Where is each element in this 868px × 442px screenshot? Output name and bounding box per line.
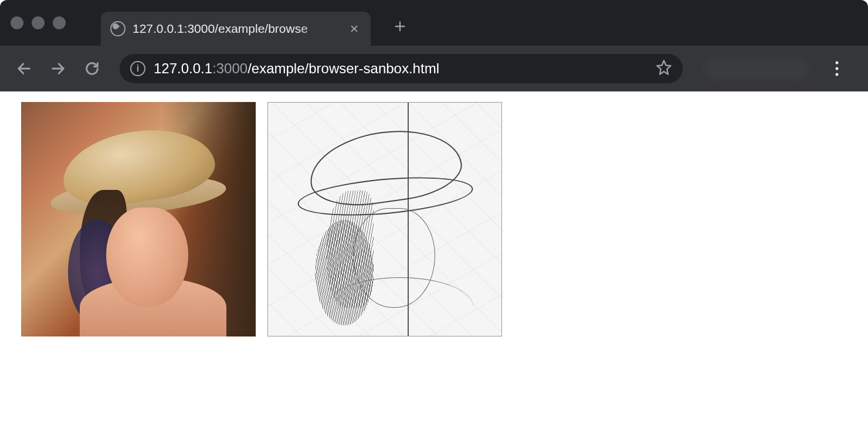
window-maximize-button[interactable]	[53, 16, 66, 29]
forward-arrow-icon	[50, 60, 66, 77]
window-close-button[interactable]	[11, 16, 23, 29]
address-bar[interactable]: i 127.0.0.1:3000/example/browser-sanbox.…	[120, 54, 683, 83]
reload-button[interactable]	[80, 56, 104, 81]
svg-point-1	[836, 67, 839, 70]
plus-icon	[394, 20, 406, 33]
tab-title: 127.0.0.1:3000/example/browse	[133, 22, 340, 36]
browser-tab[interactable]: 127.0.0.1:3000/example/browse	[101, 12, 371, 46]
page-content	[0, 91, 868, 347]
browser-menu-button[interactable]	[825, 56, 849, 81]
sketch-image	[267, 102, 502, 336]
globe-icon	[110, 21, 126, 36]
star-icon	[656, 59, 672, 76]
url-port: :3000	[212, 60, 247, 76]
bookmark-button[interactable]	[656, 59, 672, 78]
browser-toolbar: i 127.0.0.1:3000/example/browser-sanbox.…	[0, 46, 868, 91]
window-controls	[11, 16, 66, 29]
reload-icon	[84, 60, 100, 77]
tab-bar: 127.0.0.1:3000/example/browse	[0, 0, 868, 46]
svg-point-2	[836, 73, 839, 76]
info-icon: i	[137, 63, 139, 74]
url-display[interactable]: 127.0.0.1:3000/example/browser-sanbox.ht…	[154, 60, 647, 77]
portrait-graphic	[21, 102, 256, 336]
original-image	[21, 102, 256, 336]
back-button[interactable]	[12, 56, 36, 81]
window-minimize-button[interactable]	[32, 16, 45, 29]
url-path: /example/browser-sanbox.html	[247, 60, 439, 76]
sketch-graphic	[268, 103, 501, 336]
kebab-menu-icon	[835, 61, 839, 76]
site-info-button[interactable]: i	[130, 61, 145, 76]
url-host: 127.0.0.1	[154, 60, 212, 76]
forward-button[interactable]	[46, 56, 70, 81]
new-tab-button[interactable]	[388, 15, 412, 38]
svg-point-0	[836, 62, 839, 64]
browser-window: 127.0.0.1:3000/example/browse i 127.0.0.…	[0, 0, 868, 91]
extensions-area-blurred	[704, 57, 809, 80]
close-tab-button[interactable]	[347, 22, 361, 36]
close-icon	[349, 23, 360, 34]
back-arrow-icon	[16, 60, 32, 77]
